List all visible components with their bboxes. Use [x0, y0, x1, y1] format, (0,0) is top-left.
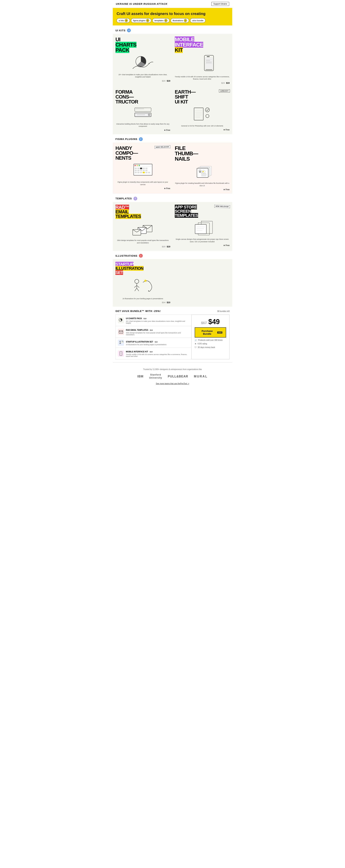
product-card-file-thumbnails[interactable]: FILE THUMB— NAILS ★ Figma plugin for cre… — [172, 143, 232, 193]
trusted-logo-mural: MURAL — [194, 375, 208, 378]
bundle-item-rademail: RAD EMAIL TEMPLATES $19 Slick design tem… — [116, 326, 191, 338]
purchase-bundle-button[interactable]: Purchase Bundle NEW — [195, 327, 226, 338]
bundle-header: GET UI/UX BUNDLE™ WITH -25%! 98 bundles … — [115, 310, 230, 312]
svg-rect-39 — [135, 172, 137, 173]
svg-rect-43 — [145, 172, 147, 173]
svg-point-27 — [139, 165, 140, 166]
bundle-title: GET UI/UX BUNDLE™ WITH -25%! — [115, 310, 161, 312]
svg-rect-33 — [145, 168, 147, 169]
filter-label: illustrations — [173, 19, 183, 22]
product-card-ui-charts-pack[interactable]: UI CHARTS PACK 20+ chart templates to ma… — [113, 34, 172, 87]
bundle-purchase-box: $67 $49 Purchase Bundle NEW 🛒 Products s… — [192, 315, 229, 359]
svg-rect-41 — [140, 172, 142, 173]
illustrations-grid: STARTUP ILLUSTRATION SET 24 illustration… — [113, 259, 232, 307]
bundle-item-icon — [118, 317, 124, 323]
filter-tags: ui kits 4 figma plugins 2 templates 2 il… — [116, 18, 229, 23]
see-more-link[interactable]: See more teams that use thePenTool ↗ — [115, 382, 230, 385]
templates-badge: 2 — [133, 197, 137, 200]
item-name: RAD EMAIL TEMPLATES — [126, 329, 148, 331]
filter-tag-templates[interactable]: templates 2 — [152, 18, 169, 23]
filter-label: figma plugins — [133, 19, 145, 22]
shield-icon: 🛡 — [195, 346, 197, 348]
item-name: STARTUP ILLUSTRATION SET — [126, 341, 153, 343]
product-illustration — [115, 220, 170, 237]
svg-point-2 — [149, 63, 149, 64]
bundle-item-startup-illustration: STARTUP ILLUSTRATION SET $10 24 illustra… — [116, 338, 191, 348]
star-icon: ★ — [195, 343, 196, 345]
product-card-app-store-screen-templates[interactable]: NEW RELEASE APP STORE SCREEN TEMPLATES S… — [172, 203, 232, 251]
svg-rect-72 — [118, 340, 124, 346]
product-illustration — [115, 106, 170, 120]
product-title: MOBILE INTERFACE KIT — [175, 37, 230, 53]
product-card-startup-illustration-set[interactable]: STARTUP ILLUSTRATION SET 24 illustration… — [113, 259, 172, 306]
free-label: Free — [226, 188, 230, 191]
svg-line-65 — [135, 288, 137, 291]
illustrations-title: ILLUSTRATIONS — [115, 254, 137, 257]
product-price: $24 $19 — [115, 80, 170, 82]
product-title: UI CHARTS PACK — [115, 37, 170, 53]
product-illustration — [175, 54, 230, 73]
product-desc: Interactive building blocks form that al… — [115, 123, 170, 128]
cart-icon: 🛒 — [195, 339, 197, 341]
trusted-section: Trusted by 11,000+ designers & entrepren… — [113, 363, 232, 388]
product-desc: 24 illustrations for your landing pages … — [115, 298, 170, 300]
bundle-item-text: RAD EMAIL TEMPLATES $19 Slick design tem… — [126, 328, 189, 336]
trusted-logo-pullbear: PULL&BEAR — [168, 375, 188, 378]
bundle-item-text: MOBILE INTERFACE KIT $19 Trendy mobile U… — [126, 350, 189, 357]
new-release-badge: NEW RELEASE — [155, 145, 170, 149]
price-new: $10 — [167, 301, 170, 304]
bundle-item-text: UI CHARTS PACK $19 20+ chart templates t… — [126, 316, 189, 324]
svg-point-61 — [135, 279, 139, 284]
illustrations-badge: 1 — [139, 254, 143, 258]
item-price: $19 — [150, 329, 152, 331]
free-label: Free — [166, 187, 170, 189]
bundle-feature-rating: ★ 4.0/5 rating — [195, 343, 226, 345]
svg-rect-70 — [118, 329, 124, 335]
bundle-items-list: UI CHARTS PACK $19 20+ chart templates t… — [116, 315, 192, 359]
product-card-handy-components[interactable]: HANDY COMPO— NENTS NEW RELEASE — [113, 143, 172, 193]
product-desc: 20+ chart templates to make your data vi… — [115, 73, 170, 78]
bundle-section: GET UI/UX BUNDLE™ WITH -25%! 98 bundles … — [113, 307, 232, 363]
product-card-mobile-interface-kit[interactable]: MOBILE INTERFACE KIT Trendy mobile UI ki… — [172, 34, 232, 87]
free-label: Free — [166, 129, 170, 131]
bundle-item-uichartspack: UI CHARTS PACK $19 20+ chart templates t… — [116, 315, 191, 326]
filter-label: templates — [154, 19, 164, 22]
support-ukraine-button[interactable]: Support Ukraine — [211, 2, 229, 6]
figmaplugins-title: FIGMA PLUGINS — [115, 137, 137, 141]
product-card-rad-email-templates[interactable]: RAD™ EMAIL TEMPLATES Slick design templa… — [113, 203, 172, 251]
legacy-badge: LEGACY — [219, 89, 230, 92]
svg-rect-24 — [134, 164, 152, 176]
filter-tag-figmaplugins[interactable]: figma plugins 2 — [131, 18, 151, 23]
svg-text:★: ★ — [202, 170, 204, 173]
filter-tag-uikits[interactable]: ui kits 4 — [116, 18, 130, 23]
item-price: $10 — [155, 341, 158, 343]
price-old: $29 — [162, 246, 165, 248]
svg-rect-37 — [143, 170, 145, 171]
svg-rect-34 — [135, 170, 137, 171]
filter-badge: 2 — [146, 19, 149, 22]
product-illustration: ★ — [175, 163, 230, 180]
product-illustration — [115, 276, 170, 295]
product-card-earthshift-ui-kit[interactable]: LEGACY EARTH— SHIFT UI KIT General UI Ki… — [172, 87, 232, 134]
svg-rect-11 — [206, 62, 212, 63]
product-desc: Figma plugin for creating beautiful and … — [175, 182, 230, 187]
site-title: Ukraine is under Russian attack — [116, 2, 168, 5]
svg-line-66 — [137, 288, 139, 291]
feature-text: Products sold over 300 times — [198, 339, 222, 341]
top-bar: Ukraine is under Russian attack Support … — [113, 0, 232, 8]
product-card-forma-constructor[interactable]: FORMA CONS— TRUCTOR Interactive building… — [113, 87, 172, 134]
bundle-content: UI CHARTS PACK $19 20+ chart templates t… — [115, 314, 230, 360]
bundle-item-mobile-interface-kit: MOBILE INTERFACE KIT $19 Trendy mobile U… — [116, 348, 191, 359]
price-old: $24 — [221, 82, 225, 84]
bundle-feature-sold: 🛒 Products sold over 300 times — [195, 339, 226, 341]
bundle-price-old: $67 — [201, 321, 207, 325]
filter-tag-illustrations[interactable]: illustrations 1 — [171, 18, 189, 23]
item-desc: Slick design templates for most popular … — [126, 332, 189, 336]
product-desc: Trendy mobile UI kit with 35 screens acr… — [175, 75, 230, 80]
svg-rect-36 — [140, 170, 142, 171]
feature-text: 4.0/5 rating — [198, 343, 207, 345]
filter-tag-bundle[interactable]: ui/ux bundle — [190, 18, 205, 23]
product-desc: Single-canvas designs that autogenerate … — [175, 238, 230, 243]
bundle-item-icon — [118, 340, 124, 346]
item-desc: 24 illustrations for your landing pages … — [126, 344, 166, 345]
